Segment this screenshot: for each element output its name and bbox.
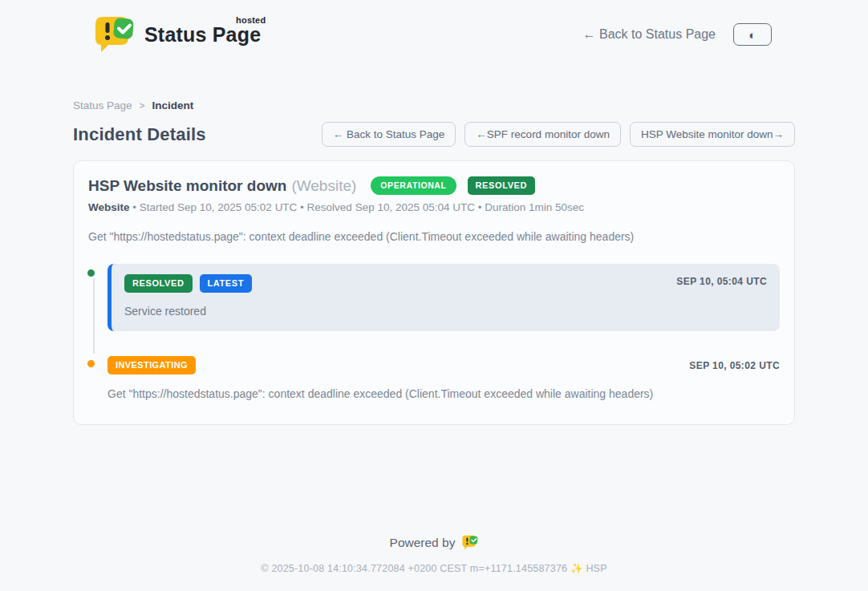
timeline-message: Get "https://hostedstatus.page": context… xyxy=(107,387,780,400)
timeline-highlight-box: RESOLVED LATEST SEP 10, 05:04 UTC Servic… xyxy=(107,264,780,331)
incident-timeline: RESOLVED LATEST SEP 10, 05:04 UTC Servic… xyxy=(88,264,780,400)
breadcrumb-separator: > xyxy=(140,100,145,111)
header-actions: ← Back to Status Page ◐ xyxy=(583,23,772,46)
timeline-badges: RESOLVED LATEST xyxy=(124,274,767,293)
status-page-logo-icon xyxy=(95,16,135,53)
footer-logo-icon xyxy=(462,535,478,550)
incident-status-badge: RESOLVED xyxy=(468,176,536,195)
back-to-status-page-button[interactable]: ← Back to Status Page xyxy=(322,122,456,147)
timeline-dot-investigating xyxy=(85,358,97,370)
powered-by-link[interactable]: Powered by xyxy=(390,535,479,550)
incident-card: HSP Website monitor down (Website) OPERA… xyxy=(73,160,795,425)
title-row: Incident Details ← Back to Status Page ←… xyxy=(73,122,795,147)
timeline-item-investigating: INVESTIGATING SEP 10, 05:02 UTC Get "htt… xyxy=(88,356,780,400)
timeline-timestamp: SEP 10, 05:04 UTC xyxy=(676,276,767,287)
breadcrumb-current-incident: Incident xyxy=(152,99,194,111)
timeline-message: Service restored xyxy=(124,305,767,318)
half-circle-theme-icon: ◐ xyxy=(748,29,756,41)
incident-card-header: HSP Website monitor down (Website) OPERA… xyxy=(88,176,780,195)
previous-incident-button[interactable]: ←SPF record monitor down xyxy=(464,122,621,147)
component-status-badge: OPERATIONAL xyxy=(371,176,456,195)
status-page-logo[interactable]: Status Pagehosted xyxy=(95,16,261,53)
brand-superscript: hosted xyxy=(236,15,266,25)
incident-title: HSP Website monitor down xyxy=(88,177,286,195)
timeline-dot-resolved xyxy=(85,267,97,279)
next-incident-button[interactable]: HSP Website monitor down→ xyxy=(630,122,795,147)
incident-meta: Website • Started Sep 10, 2025 05:02 UTC… xyxy=(88,201,780,213)
copyright-text: © 2025-10-08 14:10:34.772084 +0200 CEST … xyxy=(261,563,567,574)
incident-component: (Website) xyxy=(291,177,356,195)
breadcrumb: Status Page > Incident xyxy=(73,99,795,111)
incident-meta-component: Website xyxy=(88,201,130,213)
header: Status Pagehosted ← Back to Status Page … xyxy=(0,0,868,53)
brand-name: Status Pagehosted xyxy=(144,23,261,47)
main-content: Status Page > Incident Incident Details … xyxy=(73,99,795,425)
timeline-badges: INVESTIGATING SEP 10, 05:02 UTC xyxy=(107,356,780,374)
breadcrumb-status-page-link[interactable]: Status Page xyxy=(73,99,132,111)
incident-nav-buttons: ← Back to Status Page ←SPF record monito… xyxy=(322,122,795,147)
header-back-to-status-page-link[interactable]: ← Back to Status Page xyxy=(583,27,716,42)
page-title: Incident Details xyxy=(73,124,206,145)
incident-description: Get "https://hostedstatus.page": context… xyxy=(88,230,780,243)
sparkles-icon: ✨ xyxy=(570,563,583,574)
footer: Powered by © 2025-10-08 14:10:34.772084 … xyxy=(0,535,868,574)
powered-by-label: Powered by xyxy=(390,536,456,550)
incident-meta-details: • Started Sep 10, 2025 05:02 UTC • Resol… xyxy=(130,201,585,213)
timeline-timestamp: SEP 10, 05:02 UTC xyxy=(689,360,780,371)
investigating-badge: INVESTIGATING xyxy=(107,356,196,374)
copyright-brand: HSP xyxy=(586,563,606,574)
copyright-line: © 2025-10-08 14:10:34.772084 +0200 CEST … xyxy=(0,562,868,574)
timeline-item-resolved: RESOLVED LATEST SEP 10, 05:04 UTC Servic… xyxy=(88,264,780,331)
theme-toggle-button[interactable]: ◐ xyxy=(733,23,772,46)
latest-badge: LATEST xyxy=(200,274,253,293)
resolved-badge: RESOLVED xyxy=(124,274,193,293)
